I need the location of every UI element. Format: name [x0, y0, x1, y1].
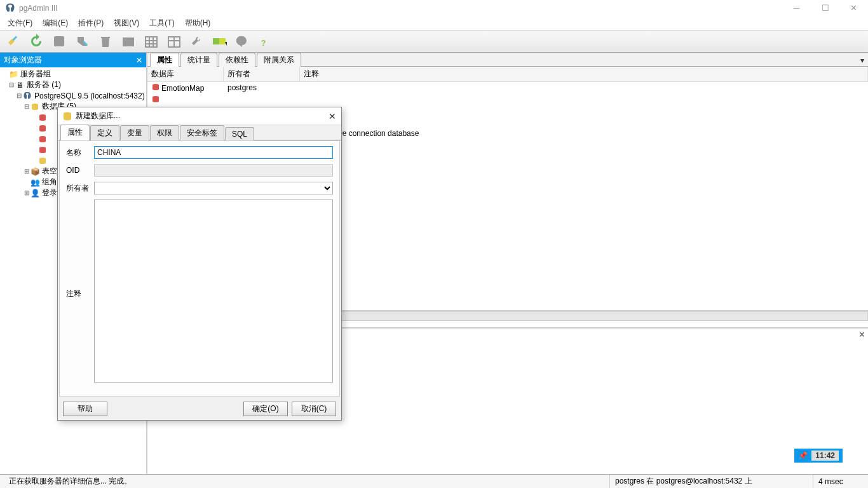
clock-time: 11:42 [811, 451, 839, 461]
svg-rect-1 [54, 36, 64, 46]
tab-dropdown-icon[interactable]: ▾ [857, 55, 868, 66]
tree-server-node[interactable]: PostgreSQL 9.5 (localhost:5432) [34, 92, 145, 100]
tab-dependencies[interactable]: 依赖性 [219, 53, 255, 67]
dlg-tab-variables[interactable]: 变量 [120, 125, 149, 140]
filter-icon[interactable] [163, 32, 184, 51]
wrench-icon[interactable] [186, 32, 207, 51]
svg-point-38 [153, 100, 159, 102]
status-message: 正在获取服务器的详细信息... 完成。 [4, 475, 610, 488]
svg-point-26 [39, 140, 46, 142]
label-comment: 注释 [66, 288, 94, 299]
help-icon[interactable]: ? [254, 32, 276, 51]
oid-field [94, 164, 333, 177]
status-connection: postgres 在 postgres@localhost:5432 上 [610, 475, 813, 488]
expand-icon[interactable]: ⊟ [8, 81, 15, 88]
create-icon[interactable] [71, 32, 93, 51]
menu-edit[interactable]: 编辑(E) [37, 17, 73, 30]
expand-icon[interactable]: ⊞ [23, 189, 31, 196]
content-tabs: 属性 统计量 依赖性 附属关系 ▾ [147, 53, 868, 67]
label-oid: OID [66, 166, 94, 175]
table-row[interactable]: EmotionMap postgres [147, 82, 868, 94]
pin-icon[interactable]: 📌 [798, 451, 808, 460]
tab-dependents[interactable]: 附属关系 [257, 53, 301, 67]
new-database-dialog: 新建数据库... ✕ 属性 定义 变量 权限 安全标签 SQL 名称 OID 所… [57, 107, 342, 421]
tree-tablespaces[interactable]: 表空 [42, 166, 57, 177]
dlg-tab-definition[interactable]: 定义 [90, 125, 119, 140]
sql-pane-close-icon[interactable]: ✕ [858, 330, 865, 339]
expand-icon[interactable]: ⊟ [15, 92, 23, 99]
dialog-title: 新建数据库... [76, 111, 120, 121]
menu-view[interactable]: 视图(V) [109, 17, 144, 30]
help-button[interactable]: 帮助 [63, 402, 107, 416]
cancel-button[interactable]: 取消(C) [292, 402, 336, 416]
col-database[interactable]: 数据库 [147, 67, 224, 81]
svg-text:?: ? [261, 39, 266, 48]
label-owner: 所有者 [66, 183, 94, 194]
svg-text:▾: ▾ [225, 39, 227, 48]
svg-point-29 [39, 151, 46, 153]
comment-field[interactable] [94, 200, 333, 383]
svg-point-23 [39, 129, 46, 132]
tree-root[interactable]: 服务器组 [20, 69, 51, 79]
dialog-close-icon[interactable]: ✕ [329, 111, 336, 121]
window-controls: ─ ☐ ✕ [782, 0, 868, 16]
dialog-buttons: 帮助 确定(O) 取消(C) [58, 398, 341, 420]
svg-point-20 [39, 118, 46, 121]
owner-select[interactable] [94, 182, 333, 194]
tab-properties[interactable]: 属性 [150, 53, 179, 67]
dlg-tab-privileges[interactable]: 权限 [150, 125, 179, 140]
col-owner[interactable]: 所有者 [224, 67, 300, 81]
grid-icon[interactable] [140, 32, 161, 51]
svg-point-35 [153, 88, 159, 90]
table-row[interactable] [147, 94, 868, 106]
label-name: 名称 [66, 147, 94, 158]
cell-db: EmotionMap [161, 84, 204, 93]
sidebar-title: 对象浏览器 [4, 55, 42, 65]
svg-rect-11 [213, 38, 219, 44]
clock-widget: 📌 11:42 [794, 449, 843, 463]
tree-login-roles[interactable]: 登录 [42, 187, 57, 198]
expand-icon[interactable]: ⊟ [23, 103, 31, 110]
menu-file[interactable]: 文件(F) [3, 17, 37, 30]
properties-icon[interactable] [48, 32, 70, 51]
svg-point-41 [64, 117, 71, 120]
menubar: 文件(F) 编辑(E) 插件(P) 视图(V) 工具(T) 帮助(H) [0, 16, 868, 30]
menu-tools[interactable]: 工具(T) [144, 17, 179, 30]
app-title: pgAdmin III [19, 4, 58, 13]
connect-icon[interactable] [3, 32, 24, 51]
toolbar: ▾ ? [0, 30, 868, 53]
svg-rect-0 [12, 36, 17, 41]
menu-plugins[interactable]: 插件(P) [73, 17, 109, 30]
svg-rect-2 [123, 37, 134, 46]
dlg-tab-security[interactable]: 安全标签 [180, 125, 224, 140]
sidebar-header: 对象浏览器 ✕ [0, 53, 146, 67]
maximize-button[interactable]: ☐ [811, 0, 839, 16]
hint-icon[interactable] [231, 32, 253, 51]
tree-servers[interactable]: 服务器 (1) [27, 79, 61, 90]
refresh-icon[interactable] [25, 32, 47, 51]
minimize-button[interactable]: ─ [782, 0, 811, 16]
dialog-titlebar[interactable]: 新建数据库... ✕ [58, 107, 341, 125]
close-button[interactable]: ✕ [839, 0, 868, 16]
plugin-icon[interactable]: ▾ [208, 32, 230, 51]
name-field[interactable] [94, 146, 333, 159]
ok-button[interactable]: 确定(O) [243, 402, 288, 416]
sql-icon[interactable] [117, 32, 139, 51]
database-icon [63, 112, 72, 121]
sidebar-close-icon[interactable]: ✕ [136, 56, 142, 65]
dialog-tabs: 属性 定义 变量 权限 安全标签 SQL [58, 125, 341, 140]
dlg-tab-sql[interactable]: SQL [225, 127, 254, 140]
menu-help[interactable]: 帮助(H) [180, 17, 216, 30]
status-time: 4 msec [813, 475, 864, 488]
titlebar: pgAdmin III ─ ☐ ✕ [0, 0, 868, 16]
svg-point-32 [39, 161, 46, 164]
col-comment[interactable]: 注释 [300, 67, 868, 81]
tree-group-roles[interactable]: 组角 [42, 177, 57, 187]
dlg-tab-properties[interactable]: 属性 [60, 125, 90, 140]
dialog-body: 名称 OID 所有者 注释 [59, 140, 340, 396]
expand-icon[interactable]: ⊞ [23, 168, 31, 175]
cell-comment-partial: dministrative connection database [300, 128, 868, 139]
drop-icon[interactable] [94, 32, 116, 51]
svg-rect-3 [146, 37, 157, 47]
tab-statistics[interactable]: 统计量 [180, 53, 217, 67]
